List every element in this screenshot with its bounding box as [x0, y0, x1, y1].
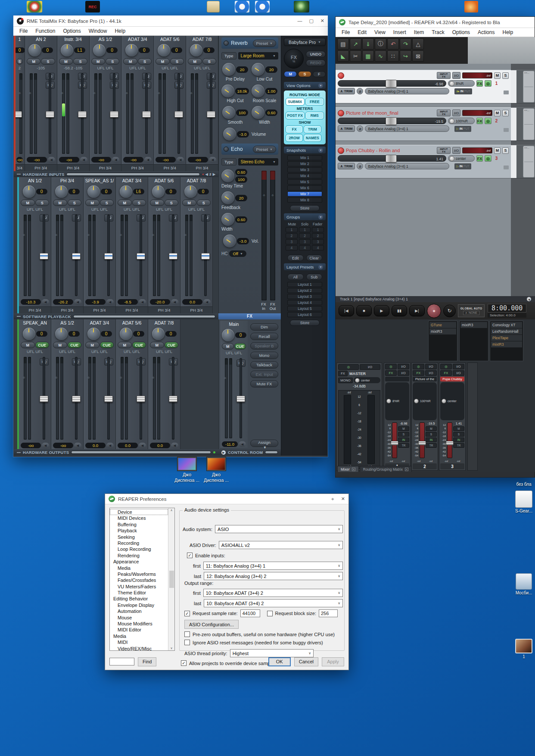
apply-button[interactable]: Apply	[322, 657, 344, 666]
routing-mode-button[interactable]: FREE	[306, 98, 324, 105]
mute-button[interactable]: M	[494, 72, 501, 79]
folder-icon[interactable]	[504, 166, 509, 169]
cue-button[interactable]: CUE	[100, 342, 114, 348]
layout-preset-item[interactable]: Layout 6	[287, 312, 322, 317]
channel-name[interactable]: AN 1/2	[20, 178, 50, 184]
record-monitor-chip[interactable]: a▸ IN PUT	[454, 88, 472, 94]
solo-button[interactable]: S	[502, 147, 509, 154]
group-cell[interactable]: 1	[312, 227, 324, 232]
fx-button[interactable]: FX	[476, 80, 483, 87]
audio-system-select[interactable]: ASIO∨	[215, 525, 343, 533]
toolbar-icon[interactable]: ↷	[400, 38, 411, 50]
gain-knob[interactable]	[87, 328, 100, 340]
nav-item[interactable]: Peaks/Waveforms	[110, 571, 168, 577]
layout-preset-item[interactable]: Layout 4	[287, 300, 322, 305]
gain-knob[interactable]	[61, 44, 73, 56]
close-button[interactable]: ✕	[341, 496, 345, 502]
toolbar-icon[interactable]: ✂	[350, 50, 361, 62]
gain-knob[interactable]	[152, 328, 165, 340]
control-room-button[interactable]: Talkback	[250, 361, 278, 369]
nav-item[interactable]: Device	[110, 509, 168, 515]
toolbar-icon[interactable]: △	[412, 38, 424, 50]
link-arrow-button[interactable]: ◀	[139, 443, 146, 448]
snapshot-mix-item[interactable]: Mix 5	[287, 179, 322, 184]
pan-control[interactable]: 8%R	[448, 80, 475, 87]
gain-knob[interactable]	[55, 328, 68, 340]
section-scrollbar[interactable]	[71, 451, 211, 454]
output-assign-label[interactable]: PH 3/4	[19, 306, 51, 313]
layout-preset-item[interactable]: Layout 5	[287, 306, 322, 311]
page-prev-button[interactable]: ◀	[205, 172, 208, 176]
menu-item[interactable]: Help	[499, 29, 516, 36]
mute-button[interactable]: M	[150, 342, 164, 348]
gain-knob[interactable]	[120, 328, 132, 340]
media-item[interactable]: <<...	[523, 71, 535, 103]
global-automation-button[interactable]: GLOBAL AUTO ∧NONE	[458, 304, 485, 317]
nav-item[interactable]: Media	[110, 633, 168, 639]
fx-slot[interactable]: mixIR3	[491, 341, 522, 347]
layout-preset-item[interactable]: Layout 2	[287, 288, 322, 293]
record-arm-button[interactable]	[338, 72, 344, 79]
fader-handle[interactable]	[78, 111, 87, 118]
section-scrollbar[interactable]	[73, 315, 215, 318]
page-next-button[interactable]: ▶	[213, 172, 215, 176]
output-assign-label[interactable]: PH 3/4	[154, 164, 186, 171]
fader-handle[interactable]	[174, 111, 183, 118]
output-assign-label[interactable]: 3/4	[16, 164, 25, 171]
find-input[interactable]	[109, 658, 134, 665]
fx-slot[interactable]: LexRandomHall	[491, 328, 522, 334]
snapshot-store-button[interactable]: Store	[290, 205, 320, 211]
menu-item[interactable]: Options	[449, 29, 473, 36]
fader-handle[interactable]	[72, 253, 81, 259]
solo-button[interactable]: S	[502, 72, 509, 79]
nav-item[interactable]: Theme Editor	[110, 590, 168, 596]
nav-item[interactable]: MIDI Devices	[110, 515, 168, 521]
toolbar-icon[interactable]: ↗	[350, 38, 361, 50]
media-item[interactable]: <<...	[523, 146, 535, 178]
link-arrow-button[interactable]: ◀	[74, 299, 81, 305]
echo-preset-dropdown[interactable]: Preset▼	[253, 146, 276, 153]
fx-send-knob[interactable]: FX%	[284, 49, 304, 69]
mute-button[interactable]: M	[21, 200, 35, 206]
gain-knob[interactable]	[23, 328, 35, 340]
arrange-lane[interactable]: <<...	[511, 70, 535, 103]
screen-recorder-icon[interactable]: REC	[85, 1, 100, 12]
layout-store-button[interactable]: Store	[290, 320, 320, 326]
orange-app-icon[interactable]	[464, 1, 478, 12]
mute-button[interactable]: M	[188, 58, 202, 65]
nav-item[interactable]: Loop Recording	[110, 546, 168, 552]
link-arrow-button[interactable]: ◀	[171, 443, 178, 448]
output-assign-label[interactable]: PH 3/4	[180, 306, 212, 313]
channel-name[interactable]: SPEAK_AN	[20, 320, 50, 326]
fader-handle[interactable]	[386, 117, 397, 125]
control-room-bar[interactable]: ▶CONTROL ROOM	[218, 449, 281, 456]
nav-item[interactable]: MIDI Editor	[110, 627, 168, 633]
snapshots-bar[interactable]: Snapshots▼	[284, 147, 326, 153]
phase-button[interactable]: ø	[357, 125, 363, 132]
desktop-icon-image[interactable]: 1	[512, 639, 535, 659]
folder-icon[interactable]	[207, 1, 220, 12]
pan-control[interactable]: 100%R	[448, 118, 475, 124]
fx-slot[interactable]: mixIR3	[429, 328, 456, 334]
media-item[interactable]: <<...	[523, 108, 535, 140]
link-arrow-button[interactable]: ◀	[144, 157, 152, 162]
solo-button[interactable]: S	[502, 110, 509, 116]
channel-name[interactable]: ADAT 5/6	[149, 178, 179, 184]
show-button[interactable]: 2ROW	[286, 134, 302, 141]
gain-knob[interactable]	[152, 185, 165, 198]
app-blue-ring-icon-2[interactable]	[255, 1, 270, 12]
reverb-preset-dropdown[interactable]: Preset▼	[253, 40, 276, 47]
gain-knob[interactable]	[125, 44, 138, 56]
menu-item[interactable]: Function	[32, 28, 59, 34]
ignore-reset-checkbox[interactable]	[184, 640, 190, 645]
volume-fader[interactable]: -6.98	[338, 80, 446, 87]
software-playback-bar[interactable]: SOFTWARE PLAYBACK	[14, 313, 218, 319]
mute-button[interactable]: M	[53, 342, 67, 348]
master-pan[interactable]: center	[354, 377, 380, 383]
mute-button[interactable]: M	[222, 343, 234, 350]
menu-item[interactable]: View	[371, 29, 389, 36]
fader-handle[interactable]	[16, 111, 22, 118]
nav-item[interactable]: Editing Behavior	[110, 596, 168, 602]
fader-handle[interactable]	[104, 253, 113, 259]
output-assign-label[interactable]: PH 3/4	[51, 306, 83, 313]
